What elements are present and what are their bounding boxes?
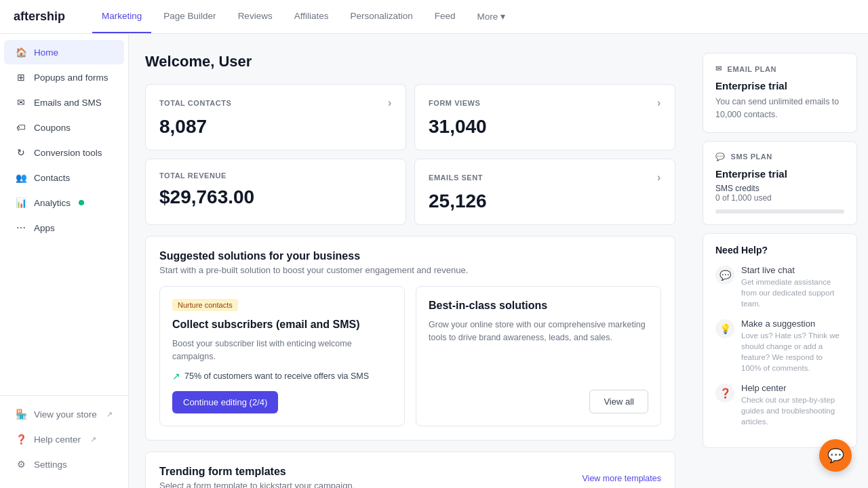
help-item-1[interactable]: 💡Make a suggestionLove us? Hate us? Thin… (715, 319, 844, 373)
nav-link-more-[interactable]: More ▾ (468, 0, 515, 33)
sidebar-icon-coupons: 🏷 (15, 121, 27, 134)
sidebar-bottom-label: Settings (34, 460, 67, 470)
chat-button[interactable]: 💬 (819, 439, 852, 472)
solution-card-1: Nurture contacts Collect subscribers (em… (159, 286, 405, 426)
sidebar-label: Coupons (34, 123, 71, 133)
sidebar-icon-conversion-tools: ↻ (15, 146, 27, 159)
nav-links: MarketingPage BuilderReviewsAffiliatesPe… (92, 0, 515, 33)
nav-link-affiliates[interactable]: Affiliates (285, 0, 338, 33)
sidebar-bottom-icon: ⚙ (15, 458, 27, 470)
view-more-templates-link[interactable]: View more templates (583, 474, 662, 483)
sidebar-item-contacts[interactable]: 👥Contacts (4, 165, 124, 190)
sidebar-item-popups-and-forms[interactable]: ⊞Popups and forms (4, 65, 124, 89)
sidebar-main-items: 🏠Home⊞Popups and forms✉Emails and SMS🏷Co… (0, 39, 128, 395)
stat-value-2: $29,763.00 (159, 186, 392, 208)
solution-2-desc: Grow your online store with our comprehe… (429, 319, 648, 344)
stat-label-0: TOTAL CONTACTS› (159, 97, 392, 109)
analytics-dot-badge (79, 200, 84, 205)
sidebar-bottom-label: View your store (34, 409, 97, 420)
sidebar-label: Home (34, 47, 58, 58)
external-link-icon: ↗ (90, 435, 96, 444)
nurture-badge: Nurture contacts (172, 299, 238, 311)
sidebar-bottom-icon: 🏪 (15, 408, 27, 420)
solutions-title: Suggested solutions for your business (159, 250, 661, 262)
email-plan-title: Enterprise trial (715, 80, 844, 92)
nav-link-marketing[interactable]: Marketing (92, 0, 151, 33)
help-item-icon-1: 💡 (715, 319, 734, 338)
sidebar-bottom-settings[interactable]: ⚙Settings (4, 452, 124, 476)
help-item-0[interactable]: 💬Start live chatGet immediate assistance… (715, 265, 844, 309)
sidebar-icon-popups-and-forms: ⊞ (15, 71, 27, 83)
sidebar-icon-analytics: 📊 (15, 197, 27, 209)
trending-header: Trending form templates Select a form te… (159, 466, 661, 488)
main-layout: 🏠Home⊞Popups and forms✉Emails and SMS🏷Co… (0, 34, 868, 488)
stat-label-3: EMAILS SENT› (429, 171, 661, 184)
sidebar-item-apps[interactable]: ⋯Apps (4, 216, 124, 240)
stat-arrow-icon-1: › (657, 97, 661, 109)
help-item-2[interactable]: ❓Help centerCheck out our step-by-step g… (715, 383, 844, 427)
sms-plan-label: SMS PLAN (731, 152, 772, 161)
email-plan-label: EMAIL PLAN (728, 65, 777, 73)
sidebar-item-analytics[interactable]: 📊Analytics (4, 190, 124, 215)
solutions-grid: Nurture contacts Collect subscribers (em… (159, 286, 661, 426)
view-all-button[interactable]: View all (589, 390, 648, 413)
nav-link-reviews[interactable]: Reviews (229, 0, 282, 33)
help-item-content-0: Start live chatGet immediate assistance … (741, 265, 844, 309)
sms-progress-bar-container (715, 209, 844, 214)
email-icon: ✉ (715, 64, 722, 73)
solution-1-desc: Boost your subscriber list with enticing… (172, 338, 392, 363)
solution-2-title: Best-in-class solutions (429, 299, 648, 313)
solution-card-2: Best-in-class solutions Grow your online… (416, 286, 661, 426)
trending-title: Trending form templates (159, 466, 355, 478)
sms-plan-title: Enterprise trial (715, 168, 844, 180)
continue-editing-button[interactable]: Continue editing (2/4) (172, 391, 278, 413)
sidebar: 🏠Home⊞Popups and forms✉Emails and SMS🏷Co… (0, 34, 129, 488)
stat-card-1[interactable]: FORM VIEWS›31,040 (414, 84, 675, 150)
suggested-solutions-section: Suggested solutions for your business St… (145, 236, 675, 441)
page-title: Welcome, User (145, 53, 675, 70)
logo: aftership (14, 9, 65, 24)
sidebar-item-emails-and-sms[interactable]: ✉Emails and SMS (4, 90, 124, 115)
need-help-title: Need Help? (715, 245, 844, 256)
stat-highlight: ↗ 75% of customers want to receive offer… (172, 371, 392, 382)
stat-value-3: 25,126 (429, 190, 661, 212)
help-item-icon-2: ❓ (715, 384, 734, 403)
stat-value-1: 31,040 (429, 116, 661, 138)
help-item-desc-2: Check out our step-by-step guides and tr… (741, 394, 844, 427)
sidebar-label: Popups and forms (34, 73, 108, 83)
sidebar-bottom-help-center[interactable]: ❓Help center↗ (4, 427, 124, 451)
help-items-container: 💬Start live chatGet immediate assistance… (715, 265, 844, 428)
nav-link-feed[interactable]: Feed (425, 0, 465, 33)
stat-card-3[interactable]: EMAILS SENT›25,126 (414, 159, 675, 225)
nav-link-page-builder[interactable]: Page Builder (154, 0, 225, 33)
chat-icon: 💬 (827, 447, 844, 464)
sidebar-label: Contacts (34, 173, 70, 183)
help-item-content-2: Help centerCheck out our step-by-step gu… (741, 383, 844, 427)
nav-link-personalization[interactable]: Personalization (340, 0, 422, 33)
solution-1-title: Collect subscribers (email and SMS) (172, 318, 392, 332)
top-nav: aftership MarketingPage BuilderReviewsAf… (0, 0, 868, 34)
trend-icon: ↗ (172, 371, 180, 382)
stat-card-2[interactable]: TOTAL REVENUE$29,763.00 (145, 159, 406, 225)
sidebar-item-conversion-tools[interactable]: ↻Conversion tools (4, 140, 124, 165)
help-item-title-0: Start live chat (741, 265, 844, 275)
sidebar-icon-home: 🏠 (15, 46, 27, 58)
sidebar-item-coupons[interactable]: 🏷Coupons (4, 115, 124, 140)
sms-plan-header: 💬 SMS PLAN (715, 152, 844, 161)
sidebar-bottom-items: 🏪View your store↗❓Help center↗⚙Settings (0, 395, 128, 483)
sms-icon: 💬 (715, 152, 726, 161)
stat-card-0[interactable]: TOTAL CONTACTS›8,087 (145, 84, 406, 150)
sidebar-bottom-view-your-store[interactable]: 🏪View your store↗ (4, 402, 124, 426)
sidebar-icon-contacts: 👥 (15, 171, 27, 184)
stat-value-0: 8,087 (159, 116, 392, 138)
sms-plan-card: 💬 SMS PLAN Enterprise trial SMS credits … (703, 141, 857, 225)
sidebar-label: Conversion tools (34, 148, 102, 158)
help-item-title-1: Make a suggestion (741, 319, 844, 329)
sidebar-bottom-label: Help center (34, 434, 81, 445)
stat-highlight-text: 75% of customers want to receive offers … (184, 371, 369, 381)
external-link-icon: ↗ (106, 410, 113, 419)
main-content: Welcome, User TOTAL CONTACTS›8,087FORM V… (129, 34, 692, 488)
stats-grid: TOTAL CONTACTS›8,087FORM VIEWS›31,040TOT… (145, 84, 675, 225)
sidebar-item-home[interactable]: 🏠Home (4, 40, 124, 64)
email-plan-card: ✉ EMAIL PLAN Enterprise trial You can se… (703, 53, 857, 133)
